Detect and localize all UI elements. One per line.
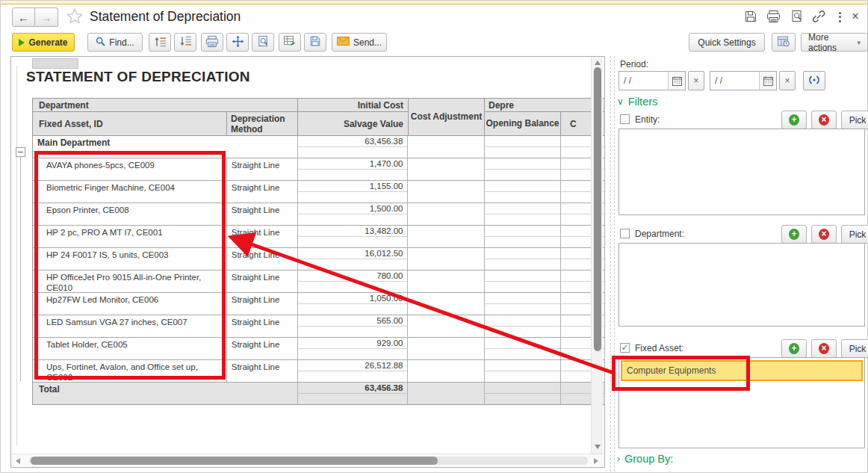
fixed-asset-add-button[interactable]: + [781,339,807,358]
filters-section-header[interactable]: ∨ Filters [617,96,657,108]
report-viewport: STATEMENT OF DEPRECIATION Department Fix… [10,56,605,468]
calendar-icon[interactable] [668,72,685,90]
department-checkbox[interactable] [620,229,630,238]
tree-connector-line [20,157,21,381]
schedule-button[interactable] [772,33,796,52]
initial-cost-cell: 929.00 [298,338,408,349]
close-icon[interactable]: × [852,10,859,22]
print-preview-icon[interactable] [790,10,804,26]
period-interval-button[interactable] [803,71,825,90]
page-magnifier-icon [257,35,270,50]
header-cost-adjustment: Cost Adjustment [409,99,485,136]
group-name-cell: Main Department [33,136,298,158]
asset-row[interactable]: Ups, Fortinet, Avalon, and Office set up… [33,360,605,383]
entity-delete-button[interactable]: × [811,111,837,129]
forward-button[interactable]: → [35,7,58,27]
pick-label: Pick [849,115,867,126]
period-label: Period: [620,59,648,69]
print-icon[interactable] [766,10,781,26]
expand-rows-button[interactable] [174,33,196,52]
generate-button[interactable]: Generate [12,33,75,52]
entity-checkbox[interactable] [620,114,630,124]
export-grid-button[interactable] [279,33,301,52]
department-delete-button[interactable]: × [811,225,837,244]
asset-row[interactable]: Biometric Finger Machine, CE004 Straight… [33,181,605,203]
asset-row[interactable]: AVAYA phones-5pcs, CE009 Straight Line 1… [33,158,605,181]
asset-row[interactable]: Tablet Holder, CE005 Straight Line 929.0… [33,338,605,360]
calendar-icon[interactable] [759,72,776,90]
more-menu-icon[interactable] [836,10,843,24]
asset-row[interactable]: HP 24 F0017 IS, 5 units, CE003 Straight … [33,248,605,270]
method-cell: Straight Line [227,248,298,270]
asset-row[interactable]: LED Samsun VGA 27 inches, CE007 Straight… [33,315,605,338]
vertical-scrollbar[interactable] [591,57,603,454]
vertical-scroll-thumb[interactable] [594,67,601,351]
header-depreciation: Depre [485,99,605,112]
pick-label: Pick [849,229,867,240]
entity-pick-button[interactable]: Pick [841,111,868,129]
print-report-button[interactable] [201,33,223,52]
department-pick-button[interactable]: Pick [841,225,868,244]
find-button[interactable]: Find... [87,33,143,52]
initial-cost-cell: 565.00 [298,315,408,327]
fixed-asset-list[interactable]: Computer Equipments [619,357,865,448]
total-row: Total 63,456.38 [33,383,605,405]
scroll-down-arrow[interactable] [595,445,601,449]
fixed-asset-delete-button[interactable]: × [811,339,837,358]
asset-name-cell: HP 24 F0017 IS, 5 units, CE003 [33,248,227,270]
fixed-asset-pick-button[interactable]: Pick [841,339,868,358]
scroll-right-arrow[interactable] [594,458,598,464]
asset-row[interactable]: HP 2 pc, PRO A MT I7, CE001 Straight Lin… [33,226,605,248]
quick-settings-label: Quick Settings [698,37,755,48]
department-list[interactable] [619,243,865,327]
page-title: Statement of Depreciation [90,9,241,25]
period-from-input[interactable]: / / [619,71,686,90]
period-to-value: / / [710,75,759,86]
collapse-rows-button[interactable] [149,33,171,52]
initial-cost-cell: 780.00 [298,270,408,282]
save-icon[interactable] [744,10,757,26]
group-row[interactable]: Main Department 63,456.38 [33,136,605,158]
method-cell: Straight Line [227,270,298,293]
link-icon[interactable] [811,10,826,26]
initial-cost-cell: 16,012.50 [298,248,408,259]
asset-name-cell: HP 2 pc, PRO A MT I7, CE001 [33,226,227,248]
resize-arrows-icon [232,35,244,50]
asset-name-cell: Tablet Holder, CE005 [33,338,227,360]
period-to-clear-button[interactable]: × [779,71,796,90]
asset-row[interactable]: Epson Printer, CE008 Straight Line 1,500… [33,203,605,226]
send-button[interactable]: Send... [332,33,387,52]
preview-button[interactable] [252,33,274,52]
entity-list[interactable] [619,129,865,215]
horizontal-scroll-thumb[interactable] [31,457,438,465]
save-layout-button[interactable] [304,33,326,52]
delete-icon: × [819,343,829,354]
method-cell: Straight Line [227,181,298,203]
asset-row[interactable]: HP OfficeJet Pro 9015 All-in-One Printer… [33,270,605,293]
period-to-input[interactable]: / / [710,71,777,90]
fixed-asset-checkbox[interactable]: ✓ [620,343,630,353]
search-icon [96,37,105,49]
period-from-clear-button[interactable]: × [688,71,704,90]
entity-add-button[interactable]: + [781,111,807,129]
scroll-up-arrow[interactable] [595,61,601,65]
asset-name-cell: Epson Printer, CE008 [33,203,227,226]
fixed-asset-list-item-selected[interactable]: Computer Equipments [621,360,863,381]
back-button[interactable]: ← [12,7,35,27]
asset-name-cell: LED Samsun VGA 27 inches, CE007 [33,315,227,338]
collapse-group-toggle[interactable] [16,147,25,157]
header-opening-balance: Opening Balance [485,112,561,136]
group-by-section-header[interactable]: › Group By: [617,453,673,465]
fit-to-page-button[interactable] [226,33,249,52]
scroll-left-arrow[interactable] [16,458,20,464]
quick-settings-button[interactable]: Quick Settings [689,33,765,52]
envelope-icon [337,37,350,48]
clear-icon: × [693,75,698,86]
favorite-star-icon[interactable] [66,7,84,28]
department-add-button[interactable]: + [781,225,807,244]
initial-cost-cell: 13,482.00 [298,226,408,237]
horizontal-scrollbar[interactable] [11,454,603,466]
delete-icon: × [819,229,829,240]
more-actions-button[interactable]: More actions ▾ [801,33,868,52]
asset-row[interactable]: Hp27FW Led Monitor, CE006 Straight Line … [33,293,605,315]
